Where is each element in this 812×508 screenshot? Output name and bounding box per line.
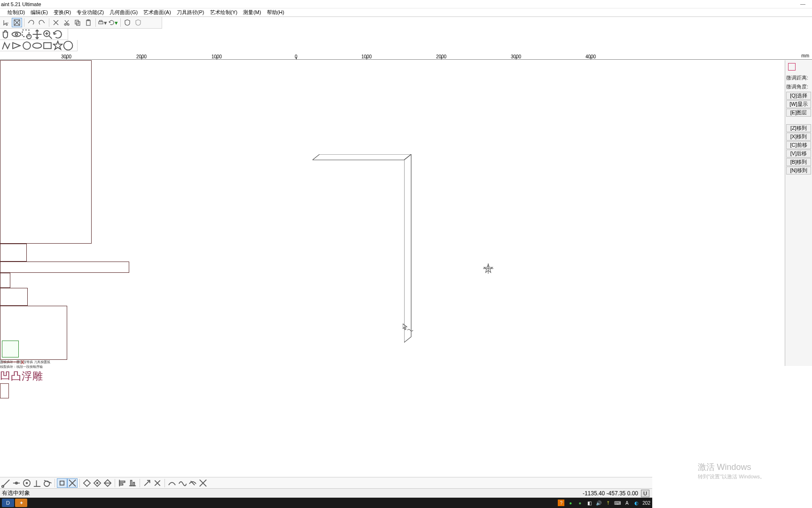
rectangle-icon[interactable] <box>42 41 53 50</box>
panel-move-b-button[interactable]: [B]移到 <box>786 158 811 166</box>
menu-item-geom[interactable]: 几何曲面(G) <box>109 9 138 16</box>
zoom-refresh-icon[interactable] <box>53 30 63 39</box>
paste-icon[interactable] <box>83 18 94 27</box>
zoom-region-icon[interactable] <box>22 30 32 39</box>
tray-icon[interactable]: ● <box>577 500 583 506</box>
panel-display-button[interactable]: [W]显示 <box>786 100 811 108</box>
ellipse-icon[interactable] <box>32 41 42 50</box>
canvas[interactable]: 圆弧插补：圆弧段等插 刀具按圆弧 线型插补：线段一段按顺序输 凹凸浮雕 X <box>0 60 625 366</box>
taskbar-app2-icon[interactable]: ✦ <box>15 499 27 507</box>
bottom-toolbar <box>0 477 652 488</box>
menu-item-edit[interactable]: 编辑(E) <box>31 9 48 16</box>
tray-volume-icon[interactable]: 🔊 <box>595 500 602 506</box>
small-rect <box>0 383 9 398</box>
zoom-in-icon[interactable] <box>42 30 53 39</box>
diamond2-icon[interactable] <box>92 478 102 488</box>
eye-icon[interactable] <box>11 30 22 39</box>
tray-clock[interactable]: 202 <box>642 500 650 506</box>
panel-move-x-button[interactable]: [X]移到 <box>786 133 811 141</box>
undo-icon[interactable] <box>26 18 36 27</box>
cancel-icon[interactable] <box>198 478 208 488</box>
shield-on-icon[interactable] <box>122 18 133 27</box>
diamond3-icon[interactable] <box>102 478 113 488</box>
snap-mid-icon[interactable] <box>11 478 22 488</box>
title-bar: aint 5.21 Ultimate — <box>0 0 812 8</box>
menu-item-artdraw[interactable]: 艺术绘制(Y) <box>210 9 238 16</box>
snap-intersect-icon[interactable] <box>67 478 78 488</box>
ruler-tick: 2000 <box>136 54 147 59</box>
panel-move-z-button[interactable]: [Z]移到 <box>786 124 811 132</box>
tray-icon[interactable]: ● <box>567 500 574 506</box>
shield-off-icon[interactable] <box>133 18 143 27</box>
star-icon[interactable] <box>53 41 63 50</box>
origin-marker: X <box>0 324 28 366</box>
curve-x-icon[interactable] <box>187 478 198 488</box>
menu-bar: 绘制(D) 编辑(E) 变换(R) 专业功能(Z) 几何曲面(G) 艺术曲面(A… <box>0 8 812 17</box>
menu-item-help[interactable]: 帮助(H) <box>267 9 284 16</box>
circle-icon[interactable] <box>22 41 32 50</box>
menu-item-artcurve[interactable]: 艺术曲面(A) <box>143 9 171 16</box>
print-icon[interactable]: ▾ <box>97 18 108 27</box>
tray-icon[interactable]: ◧ <box>586 500 593 506</box>
pointer-tool-icon[interactable] <box>1 18 11 27</box>
panel-layer-button[interactable]: [E]图层 <box>786 109 811 117</box>
svg-rect-60 <box>133 482 134 485</box>
big-circle-icon[interactable] <box>63 41 73 50</box>
menu-item-toolpath[interactable]: 刀具路径(P) <box>177 9 204 16</box>
curve2-icon[interactable] <box>177 478 187 488</box>
curve1-icon[interactable] <box>167 478 177 488</box>
svg-rect-11 <box>86 20 90 25</box>
tray-icon[interactable]: ? <box>558 500 564 506</box>
svg-rect-56 <box>119 481 125 482</box>
view-toolbar <box>0 29 68 40</box>
box-top <box>312 154 412 161</box>
snap-perp-icon[interactable] <box>32 478 42 488</box>
menu-item-pro[interactable]: 专业功能(Z) <box>77 9 104 16</box>
cut-icon[interactable] <box>62 18 72 27</box>
redo-icon[interactable] <box>37 18 47 27</box>
arrow-ne-icon[interactable] <box>142 478 152 488</box>
watermark-line2: 转到"设置"以激活 Windows。 <box>698 473 765 480</box>
snap-tan-icon[interactable] <box>42 478 53 488</box>
separator <box>115 479 115 487</box>
pan-icon[interactable] <box>32 30 42 39</box>
arrow-cross-icon[interactable] <box>152 478 163 488</box>
status-unit-button[interactable]: U <box>641 490 649 497</box>
tray-icon[interactable]: ⤒ <box>605 500 611 506</box>
menu-item-transform[interactable]: 变换(R) <box>54 9 71 16</box>
relief-label: 凹凸浮雕 <box>0 369 625 383</box>
tray-ime-icon[interactable]: ⌨ <box>614 500 621 506</box>
menu-item-measure[interactable]: 测量(M) <box>243 9 261 16</box>
separator <box>79 479 80 487</box>
menu-item-draw[interactable]: 绘制(D) <box>8 9 25 16</box>
align-left-icon[interactable] <box>117 478 127 488</box>
panel-back-button[interactable]: [V]后移 <box>786 150 811 158</box>
panel-select-button[interactable]: [Q]选择 <box>786 92 811 100</box>
triangle-icon[interactable] <box>11 41 22 50</box>
window-controls[interactable]: — <box>800 1 810 7</box>
panel-top-icon[interactable] <box>788 63 796 71</box>
svg-point-52 <box>97 482 98 484</box>
copy-icon[interactable] <box>72 18 83 27</box>
ruler-tick: 3000 <box>511 54 521 59</box>
panel-move-n-button[interactable]: [N]移到 <box>786 167 811 175</box>
align-bottom-icon[interactable] <box>127 478 138 488</box>
separator <box>140 479 140 487</box>
tray-icon[interactable]: ◐ <box>633 500 640 506</box>
snap-center-icon[interactable] <box>22 478 32 488</box>
snap-node-icon[interactable] <box>57 478 67 488</box>
taskbar-app1-icon[interactable]: D <box>2 499 14 507</box>
snap-end-icon[interactable] <box>1 478 11 488</box>
crossbar-center-block <box>0 273 10 288</box>
star-shape <box>483 263 493 274</box>
panel-forward-button[interactable]: [C]前移 <box>786 141 811 149</box>
separator <box>55 479 55 487</box>
polyline-icon[interactable] <box>1 41 11 50</box>
hand-tool-icon[interactable] <box>1 30 11 39</box>
refresh-icon[interactable]: ▾ <box>108 18 118 27</box>
delete-icon[interactable] <box>51 18 61 27</box>
diamond1-icon[interactable] <box>82 478 92 488</box>
tray-lang-icon[interactable]: A <box>624 500 630 506</box>
svg-point-42 <box>26 482 28 484</box>
region-select-icon[interactable] <box>12 18 22 27</box>
